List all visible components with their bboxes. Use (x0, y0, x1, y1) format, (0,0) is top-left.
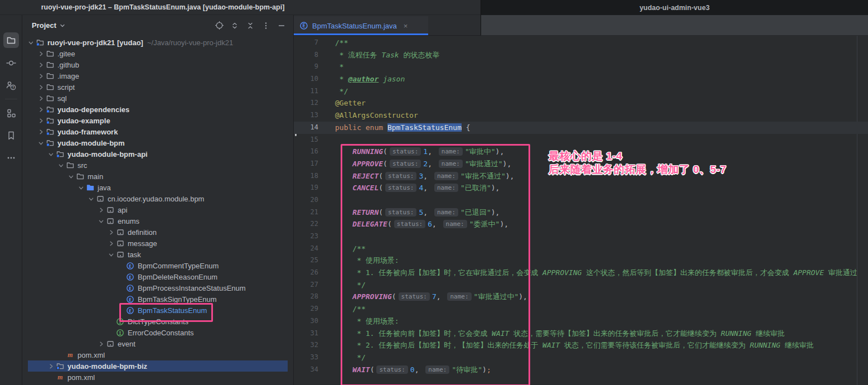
tree-item[interactable]: api (22, 204, 293, 215)
collapse-all-icon[interactable] (245, 21, 255, 31)
chevron-right-icon[interactable] (37, 72, 45, 80)
chevron-right-icon[interactable] (37, 105, 45, 114)
project-folder-icon[interactable] (3, 32, 19, 48)
kebab-menu-icon[interactable] (261, 21, 271, 31)
tree-item[interactable]: ruoyi-vue-pro-jdk21 [yudao]~/Java/ruoyi-… (22, 37, 293, 48)
code-line[interactable]: 34 WAIT(status:0, name:"待审批"); (294, 364, 868, 376)
tree-item[interactable]: src (22, 160, 293, 171)
chevron-down-icon[interactable] (107, 251, 115, 259)
tree-item[interactable]: message (22, 238, 293, 249)
chevron-down-icon[interactable] (57, 161, 65, 170)
tree-item[interactable]: EBpmCommentTypeEnum (22, 260, 293, 271)
tree-item[interactable]: EBpmTaskStatusEnum (22, 305, 293, 316)
code-line[interactable]: 10 * @author jason (294, 73, 868, 85)
tree-item[interactable]: EBpmDeleteReasonEnum (22, 271, 293, 282)
tree-item[interactable]: event (22, 338, 293, 349)
tree-item[interactable]: yudao-dependencies (22, 104, 293, 115)
code-line[interactable]: 11 */ (294, 85, 868, 98)
close-icon[interactable]: × (404, 22, 408, 30)
code-line[interactable]: 22 DELEGATE(status:6, name:"委派中"), (294, 218, 868, 230)
line-number: 33 (294, 352, 318, 364)
tree-item[interactable]: mpom.xml (22, 372, 293, 383)
chevron-right-icon[interactable] (37, 94, 45, 103)
code-line[interactable]: 16 RUNNING(status:1, name:"审批中"), (294, 146, 868, 158)
chevron-right-icon[interactable] (107, 228, 115, 237)
pull-requests-icon[interactable]: ? (3, 78, 19, 93)
tree-item[interactable]: yudao-module-bpm-biz (28, 360, 288, 372)
chevron-right-icon[interactable] (37, 61, 45, 69)
tree-item[interactable]: sql (22, 93, 293, 104)
code-line[interactable]: 20 (294, 194, 868, 206)
code-line[interactable]: 15 (294, 134, 868, 146)
chevron-down-icon[interactable] (37, 139, 45, 147)
tree-item[interactable]: main (22, 171, 293, 182)
tree-item[interactable]: IErrorCodeConstants (22, 327, 293, 338)
tree-item[interactable]: .github (22, 59, 293, 70)
more-options-icon[interactable] (3, 150, 19, 166)
hide-panel-icon[interactable] (277, 21, 287, 31)
tree-item[interactable]: mpom.xml (22, 349, 293, 360)
tab-bpm-task-status-enum[interactable]: E BpmTaskStatusEnum.java × (294, 16, 428, 35)
expand-all-icon[interactable] (230, 21, 240, 31)
tree-item[interactable]: definition (22, 227, 293, 238)
chevron-down-icon[interactable] (67, 172, 75, 181)
tree-item[interactable]: yudao-module-bpm-api (22, 148, 293, 160)
chevron-down-icon[interactable] (77, 184, 85, 192)
code-line[interactable]: 12@Getter (294, 97, 868, 109)
tree-item[interactable]: EBpmProcessInstanceStatusEnum (22, 282, 293, 293)
code-line[interactable]: 24 /** (294, 243, 868, 255)
tree-item[interactable]: yudao-framework (22, 126, 293, 137)
line-number: 22 (294, 218, 318, 230)
tree-item[interactable]: java (22, 182, 293, 193)
tree-item[interactable]: EBpmTaskSignTypeEnum (22, 293, 293, 305)
chevron-down-icon[interactable] (47, 150, 55, 158)
code-line[interactable]: 18 REJECT(status:3, name:"审批不通过"), (294, 170, 868, 182)
chevron-right-icon[interactable] (37, 50, 45, 58)
tree-item[interactable]: .image (22, 70, 293, 81)
bookmarks-icon[interactable] (3, 128, 19, 143)
code-line[interactable]: 9 * (294, 61, 868, 73)
code-line[interactable]: 29 /** (294, 303, 868, 315)
locate-file-icon[interactable] (214, 21, 224, 31)
code-line[interactable]: 27 */ (294, 279, 868, 291)
chevron-right-icon[interactable] (97, 206, 105, 214)
chevron-right-icon[interactable] (37, 117, 45, 125)
code-line[interactable]: 26 * 1. 任务被向后【加签】时，它在审批通过后，会变成 APPROVING… (294, 267, 868, 279)
code-line[interactable]: 28 APPROVING(status:7, name:"审批通过中"), (294, 291, 868, 303)
tree-item[interactable]: .gitee (22, 48, 293, 59)
tree-item[interactable]: task (22, 249, 293, 260)
code-line[interactable]: 17 APPROVE(status:2, name:"审批通过"), (294, 158, 868, 170)
chevron-right-icon[interactable] (37, 128, 45, 136)
chevron-right-icon[interactable] (107, 239, 115, 248)
code-line[interactable]: 23 (294, 230, 868, 243)
tree-item[interactable]: IDictTypeConstants (22, 316, 293, 327)
code-line[interactable]: 21 RETURN(status:5, name:"已退回"), (294, 206, 868, 219)
code-line[interactable]: 32 * 2. 任务被向后【加签】时，【加签】出来的任务处于 WAIT 状态，它… (294, 339, 868, 352)
code-line[interactable]: 14public enum BpmTaskStatusEnum { (294, 122, 868, 134)
code-line[interactable]: 19 CANCEL(status:4, name:"已取消"), (294, 182, 868, 194)
chevron-down-icon[interactable] (87, 195, 95, 203)
code-line[interactable]: 13@AllArgsConstructor (294, 109, 868, 122)
tree-item[interactable]: cn.iocoder.yudao.module.bpm (22, 193, 293, 204)
tree-item[interactable]: yudao-example (22, 115, 293, 126)
code-line[interactable]: 7/** (294, 37, 868, 49)
code-line[interactable]: 30 * 使用场景: (294, 315, 868, 328)
code-line[interactable]: 33 */ (294, 352, 868, 364)
code-editor[interactable]: 7/**8 * 流程任务 Task 的状态枚举9 *10 * @author j… (294, 36, 868, 385)
chevron-down-icon[interactable] (27, 38, 35, 47)
line-number: 10 (294, 73, 318, 85)
code-line[interactable]: 8 * 流程任务 Task 的状态枚举 (294, 49, 868, 61)
tree-item[interactable]: yudao-module-bpm (22, 137, 293, 148)
chevron-right-icon[interactable] (37, 83, 45, 92)
code-line[interactable]: 31 * 1. 任务被向前【加签】时，它会变成 WAIT 状态，需要等待【加签】… (294, 328, 868, 340)
code-line[interactable]: 25 * 使用场景: (294, 254, 868, 267)
chevron-down-icon[interactable] (59, 22, 66, 29)
commit-icon[interactable] (3, 55, 19, 71)
tree-item[interactable]: script (22, 81, 293, 93)
structure-icon[interactable] (3, 105, 19, 121)
chevron-right-icon[interactable] (47, 362, 55, 370)
code-text: /** (318, 243, 366, 255)
chevron-right-icon[interactable] (97, 340, 105, 348)
chevron-down-icon[interactable] (97, 217, 105, 225)
tree-item[interactable]: enums (22, 215, 293, 227)
